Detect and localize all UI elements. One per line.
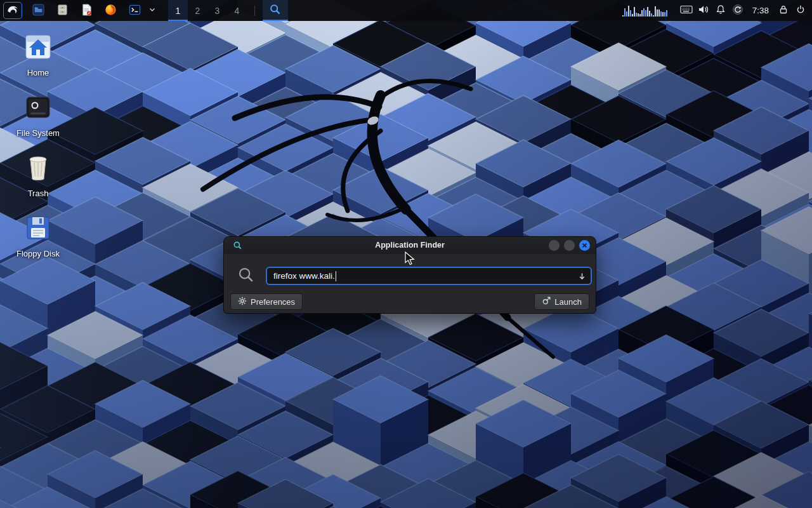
- text-editor-launcher-button[interactable]: [75, 0, 97, 21]
- desktop-icon-file-system[interactable]: File System: [8, 92, 69, 138]
- notifications-button[interactable]: [714, 0, 727, 21]
- search-icon: [237, 266, 255, 284]
- window-buttons: [549, 240, 590, 251]
- preferences-button[interactable]: Preferences: [230, 293, 303, 310]
- desktop-icon-home[interactable]: Home: [8, 32, 69, 77]
- spectrum-graph: [622, 4, 669, 17]
- desktop-icon-column: Home File System Trash Floppy Disk: [8, 32, 69, 258]
- dialog-button-row: Preferences Launch: [230, 293, 589, 310]
- close-button[interactable]: [579, 240, 590, 251]
- maximize-button[interactable]: [564, 240, 575, 251]
- workspace-1-button[interactable]: 1: [168, 0, 188, 21]
- history-dropdown-arrow[interactable]: [578, 272, 586, 281]
- keyboard-icon: [680, 5, 693, 16]
- refresh-circle-icon: [732, 4, 743, 17]
- workspace-3-button[interactable]: 3: [207, 0, 227, 21]
- workspace-switcher: 1 2 3 4: [168, 0, 247, 21]
- launch-button[interactable]: Launch: [534, 293, 589, 310]
- preferences-label: Preferences: [251, 297, 295, 307]
- firefox-launcher-button[interactable]: [100, 0, 121, 21]
- applications-menu-button[interactable]: [3, 2, 22, 19]
- window-title: Application Finder: [224, 237, 596, 254]
- minimize-button[interactable]: [549, 240, 560, 251]
- terminal-dropdown-button[interactable]: [148, 0, 157, 21]
- bell-icon: [716, 4, 726, 17]
- panel-left: 1 2 3 4: [0, 0, 288, 21]
- desktop-icon-floppy-disk[interactable]: Floppy Disk: [8, 213, 69, 258]
- logout-button[interactable]: [794, 0, 807, 21]
- gear-icon: [238, 297, 247, 307]
- desktop-icon-trash[interactable]: Trash: [8, 152, 69, 198]
- clock[interactable]: 7:38: [749, 6, 773, 15]
- magnifier-icon: [269, 3, 282, 18]
- folder-icon: [32, 3, 45, 18]
- desktop-icon-label: Trash: [28, 189, 49, 198]
- file-cabinet-icon: [56, 3, 69, 18]
- floppy-disk-icon: [23, 213, 53, 246]
- folder-launcher-button[interactable]: [27, 0, 49, 21]
- top-panel: 1 2 3 4 7:38: [0, 0, 812, 21]
- power-icon: [796, 4, 806, 17]
- firefox-icon: [104, 3, 117, 18]
- desktop-icon-label: File System: [16, 128, 60, 138]
- terminal-icon: [128, 3, 141, 18]
- lock-screen-button[interactable]: [777, 0, 790, 21]
- text-cursor: [336, 271, 336, 281]
- search-input[interactable]: firefox www.kali.: [266, 267, 592, 285]
- workspace-4-button[interactable]: 4: [227, 0, 247, 21]
- hard-disk-icon: [23, 92, 53, 125]
- chevron-down-icon: [149, 3, 155, 18]
- updates-indicator-button[interactable]: [731, 0, 744, 21]
- task-button-application-finder[interactable]: [263, 0, 288, 21]
- lock-icon: [778, 4, 789, 17]
- launch-label: Launch: [554, 297, 582, 307]
- panel-right: 7:38: [622, 0, 812, 21]
- workspace-2-button[interactable]: 2: [188, 0, 207, 21]
- home-folder-icon: [23, 32, 53, 65]
- application-finder-window: Application Finder firefox www.kali. Pre…: [223, 236, 596, 314]
- keyboard-layout-button[interactable]: [680, 0, 693, 21]
- document-icon: [80, 3, 93, 18]
- titlebar[interactable]: Application Finder: [224, 237, 596, 254]
- desktop-icon-label: Home: [27, 68, 49, 77]
- kali-logo-icon: [6, 3, 19, 18]
- speaker-icon: [698, 4, 709, 17]
- terminal-launcher-button[interactable]: [124, 0, 145, 21]
- trash-can-icon: [23, 152, 53, 185]
- close-icon: [579, 243, 590, 253]
- launch-icon: [542, 297, 551, 307]
- volume-button[interactable]: [697, 0, 710, 21]
- file-manager-launcher-button[interactable]: [51, 0, 73, 21]
- search-input-text: firefox www.kali.: [273, 271, 335, 281]
- panel-separator: [254, 6, 255, 16]
- desktop-icon-label: Floppy Disk: [16, 249, 60, 258]
